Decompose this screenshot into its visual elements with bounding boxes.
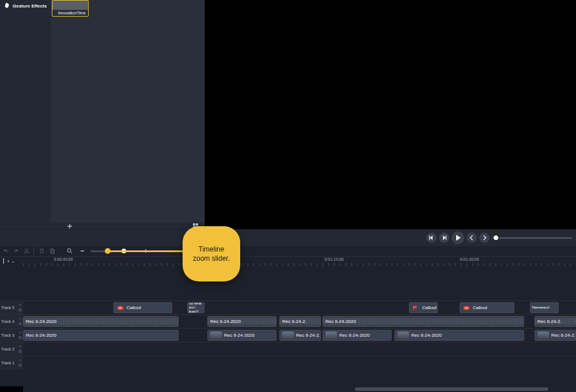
copy-button[interactable] [37, 246, 47, 256]
svg-rect-21 [465, 308, 467, 309]
svg-rect-16 [119, 308, 121, 309]
track-name-label: Track 3 [1, 333, 14, 337]
track-content[interactable]: Rec 8-24-2020Rec 8-24-2020Rec 8-24-2.Rec… [23, 315, 576, 328]
timeline-clip[interactable]: Takeaways! [530, 302, 559, 313]
cloud-icon [116, 305, 124, 311]
track-name-label: Track 2 [1, 347, 14, 351]
timeline-clip[interactable]: So what did I learn? [187, 302, 204, 313]
undo-button[interactable] [1, 246, 10, 256]
lock-icon[interactable] [18, 322, 22, 325]
timeline-tracks: Track 5CalloutSo what did I learn?Callou… [0, 266, 576, 386]
timeline-clip[interactable]: Rec 8-24-2020 [207, 330, 276, 341]
minus-icon [80, 249, 85, 253]
timeline-clip[interactable]: Rec 8-24-2. [535, 316, 576, 327]
svg-point-14 [120, 307, 123, 309]
track-add-plus-icon[interactable]: + [7, 260, 10, 263]
next-frame-button[interactable] [439, 233, 449, 243]
svg-rect-24 [19, 351, 21, 353]
chevron-left-icon [469, 235, 474, 240]
scrollbar-thumb[interactable] [355, 387, 548, 391]
gesture-icon [3, 2, 10, 9]
track-row: Track 4Rec 8-24-2020Rec 8-24-2020Rec 8-2… [0, 314, 576, 328]
track-header[interactable]: Track 1 [0, 356, 23, 370]
zoom-search-button[interactable] [65, 246, 74, 256]
timeline-clip[interactable]: Rec 8-24-2020 [23, 330, 179, 341]
svg-rect-20 [465, 307, 468, 308]
timeline-clip[interactable]: Callout [113, 302, 172, 313]
gesture-effects-label: Gesture Effects [13, 3, 47, 9]
redo-button[interactable] [12, 246, 21, 256]
redo-icon [13, 248, 19, 254]
track-row: Track 3Rec 8-24-2020Rec 8-24-2020Rec 8-2… [0, 328, 576, 342]
tooltip-text: Timeline zoom slider. [193, 245, 230, 263]
svg-rect-25 [19, 365, 21, 367]
link-icon[interactable] [18, 359, 22, 363]
lock-icon[interactable] [18, 308, 22, 311]
sidebar-item-gesture-effects[interactable]: Gesture Effects [0, 0, 51, 12]
clip-label: Rec 8-24-2020 [26, 333, 56, 338]
play-button[interactable] [452, 231, 464, 244]
prev-frame-button[interactable] [426, 233, 437, 243]
clip-label: So what did I learn? [189, 302, 204, 313]
clip-label: Takeaways! [532, 306, 550, 310]
track-name-label: Track 5 [1, 306, 14, 310]
timeline-clip[interactable]: Rec 8-24-2020 [323, 316, 524, 327]
playhead-handle-icon[interactable]: ┃ [2, 260, 6, 263]
add-media-button[interactable] [66, 223, 73, 229]
track-header[interactable]: Track 4 [0, 315, 23, 328]
track-header[interactable]: Track 3 [0, 329, 23, 342]
track-add-minus-icon[interactable]: − [12, 260, 15, 264]
effects-sidebar: Gesture Effects [0, 0, 51, 229]
lock-icon[interactable] [18, 349, 22, 353]
link-icon[interactable] [18, 332, 22, 335]
track-header[interactable]: Track 2 [0, 342, 23, 356]
svg-rect-7 [41, 249, 43, 250]
timeline-clip[interactable]: Rec 8-24-2020 [207, 316, 276, 327]
playback-bar [0, 229, 576, 245]
lock-icon[interactable] [18, 336, 22, 339]
ruler-time-label: 0:01:30;00 [460, 257, 479, 261]
clip-label: Callout [127, 305, 141, 310]
timeline-clip[interactable]: Rec 8-24-2020 [323, 330, 392, 341]
link-icon[interactable] [18, 304, 22, 307]
svg-point-19 [467, 307, 469, 309]
media-clip-thumb[interactable]: InnovationTime [52, 0, 89, 17]
timeline-clip[interactable]: Rec 8-24-2. [279, 316, 321, 327]
timeline-scrollbar[interactable] [23, 386, 576, 392]
jump-forward-button[interactable] [479, 233, 490, 243]
track-add-controls: ┃ + − [0, 257, 23, 266]
link-icon[interactable] [18, 345, 22, 349]
ruler-time-label: 0:00:45;00 [54, 257, 73, 261]
timeline-clip[interactable]: Callout [460, 302, 514, 313]
timeline-clip[interactable]: Rec 8-24-2. [535, 330, 576, 341]
preview-canvas[interactable] [204, 0, 576, 229]
cloud-icon [463, 305, 471, 311]
link-icon[interactable] [18, 318, 22, 321]
timeline-clip[interactable]: Rec 8-24-2020 [395, 330, 524, 341]
media-clip-label: InnovationTime [52, 10, 88, 16]
track-content[interactable]: Rec 8-24-2020Rec 8-24-2020Rec 8-24-2.Rec… [23, 329, 576, 342]
paste-icon [50, 248, 55, 254]
cut-button[interactable] [22, 246, 31, 256]
svg-rect-0 [193, 223, 195, 226]
paste-button[interactable] [48, 246, 57, 256]
track-content[interactable]: CalloutSo what did I learn?CalloutCallou… [23, 301, 576, 314]
volume-slider[interactable] [492, 230, 573, 246]
timeline-clip[interactable]: Rec 8-24-2020 [23, 316, 179, 327]
timeline-ruler[interactable]: 0:00:45;000:01:15;000:01:30;00 [23, 257, 576, 266]
timeline-clip[interactable]: Callout [409, 302, 438, 313]
tooltip-connector [108, 250, 191, 252]
plus-icon [67, 224, 72, 229]
lock-icon[interactable] [18, 363, 22, 367]
jump-back-button[interactable] [467, 233, 477, 243]
media-bin[interactable]: InnovationTime [51, 0, 204, 223]
svg-rect-15 [119, 307, 122, 308]
clip-thumbnail [537, 332, 549, 340]
media-bin-footer [51, 223, 204, 229]
track-content[interactable] [23, 342, 576, 356]
clip-label: Rec 8-24-2. [296, 333, 320, 338]
zoom-out-button[interactable] [78, 246, 87, 256]
track-content[interactable] [23, 356, 576, 370]
timeline-clip[interactable]: Rec 8-24-2. [279, 330, 321, 341]
track-header[interactable]: Track 5 [0, 301, 23, 314]
